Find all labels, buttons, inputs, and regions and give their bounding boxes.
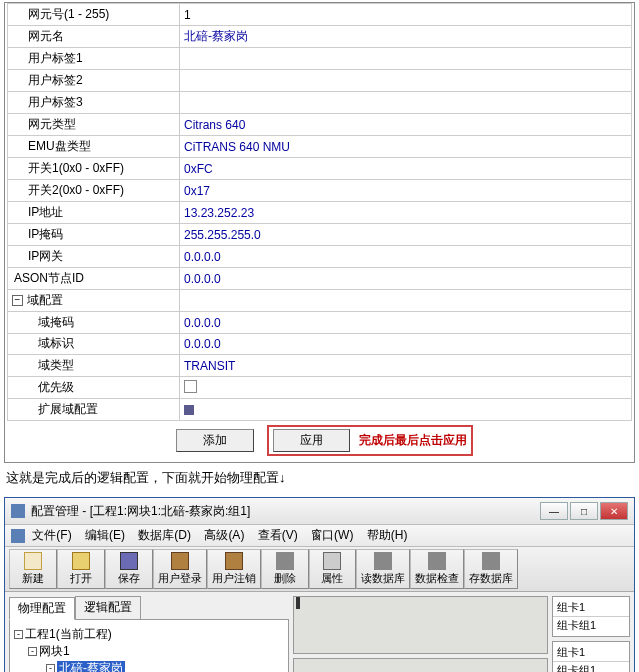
- tb-label: 数据检查: [415, 571, 459, 586]
- tb-label: 保存: [118, 571, 140, 586]
- property-panel: 网元号(1 - 255) 1 网元名 北碚-蔡家岗 用户标签1 用户标签2 用户…: [4, 2, 635, 463]
- tree-block[interactable]: -网块1: [14, 643, 284, 660]
- prop-value[interactable]: [180, 70, 632, 92]
- prop-value[interactable]: [180, 92, 632, 114]
- minimize-button[interactable]: —: [540, 502, 568, 520]
- expand-icon[interactable]: [184, 405, 194, 415]
- prop-value[interactable]: 255.255.255.0: [180, 224, 632, 246]
- menu-window[interactable]: 窗口(W): [311, 528, 353, 542]
- right-row[interactable]: 组卡1: [553, 599, 629, 617]
- prop-label: IP掩码: [8, 224, 180, 246]
- minus-icon[interactable]: -: [14, 630, 23, 639]
- tb-props[interactable]: 属性: [309, 549, 356, 589]
- prop-label: 网元类型: [8, 114, 180, 136]
- delete-icon: [276, 552, 294, 570]
- section-header[interactable]: −域配置: [8, 290, 180, 312]
- checkbox-icon[interactable]: [184, 380, 197, 393]
- apply-note: 完成后最后点击应用: [359, 433, 467, 447]
- prop-value[interactable]: 0x17: [180, 180, 632, 202]
- prop-label: 开关1(0x0 - 0xFF): [8, 158, 180, 180]
- menu-icon: [11, 529, 25, 543]
- right-row[interactable]: 组卡组1: [553, 617, 629, 634]
- tree-label: 工程1(当前工程): [25, 627, 112, 641]
- prop-label: 域掩码: [8, 312, 180, 334]
- prop-label: IP网关: [8, 246, 180, 268]
- expand-domain[interactable]: [180, 399, 632, 421]
- tb-delete[interactable]: 删除: [261, 549, 309, 589]
- tree-label-selected: 北碚-蔡家岗: [57, 661, 125, 672]
- readdb-icon: [374, 552, 392, 570]
- window-title: 配置管理 - [工程1:网块1:北碚-蔡家岗:组1]: [31, 503, 540, 520]
- maximize-button[interactable]: □: [570, 502, 598, 520]
- prop-value[interactable]: 北碚-蔡家岗: [180, 26, 632, 48]
- open-icon: [72, 552, 90, 570]
- prop-value[interactable]: 0.0.0.0: [180, 312, 632, 334]
- prop-value[interactable]: 0xFC: [180, 158, 632, 180]
- prop-label: 用户标签3: [8, 92, 180, 114]
- prop-value[interactable]: 13.23.252.23: [180, 202, 632, 224]
- titlebar[interactable]: 配置管理 - [工程1:网块1:北碚-蔡家岗:组1] — □ ✕: [5, 498, 634, 525]
- slot-area-1[interactable]: [293, 596, 548, 654]
- right-row[interactable]: 组卡组1: [553, 662, 629, 672]
- button-row: 添加 应用 完成后最后点击应用: [7, 421, 632, 456]
- tb-save[interactable]: 保存: [105, 549, 153, 589]
- prop-label: EMU盘类型: [8, 136, 180, 158]
- menu-view[interactable]: 查看(V): [258, 528, 298, 542]
- prop-value[interactable]: [180, 48, 632, 70]
- tb-open[interactable]: 打开: [57, 549, 105, 589]
- tb-checkdb[interactable]: 数据检查: [410, 549, 464, 589]
- menu-db[interactable]: 数据库(D): [138, 528, 191, 542]
- menu-help[interactable]: 帮助(H): [367, 528, 408, 542]
- content-area: 物理配置 逻辑配置 -工程1(当前工程) -网块1 -北碚-蔡家岗 组1 组卡1…: [5, 592, 634, 672]
- menu-adv[interactable]: 高级(A): [204, 528, 244, 542]
- project-tree[interactable]: -工程1(当前工程) -网块1 -北碚-蔡家岗 组1: [9, 619, 289, 672]
- prop-value[interactable]: Citrans 640: [180, 114, 632, 136]
- tb-label: 删除: [274, 571, 296, 586]
- prop-value[interactable]: 0.0.0.0: [180, 268, 632, 290]
- tb-logout[interactable]: 用户注销: [207, 549, 261, 589]
- minus-icon[interactable]: -: [28, 647, 37, 656]
- apply-button[interactable]: 应用: [273, 429, 350, 452]
- config-manager-window: 配置管理 - [工程1:网块1:北碚-蔡家岗:组1] — □ ✕ 文件(F) 编…: [4, 497, 635, 672]
- priority-checkbox[interactable]: [180, 377, 632, 399]
- prop-label: 优先级: [8, 377, 180, 399]
- right-row[interactable]: 组卡1: [553, 644, 629, 662]
- prop-value[interactable]: TRANSIT: [180, 355, 632, 377]
- prop-value[interactable]: 0.0.0.0: [180, 334, 632, 355]
- tree-root[interactable]: -工程1(当前工程): [14, 626, 284, 643]
- tab-logical[interactable]: 逻辑配置: [75, 596, 141, 619]
- tb-label: 打开: [70, 571, 92, 586]
- tb-new[interactable]: 新建: [9, 549, 57, 589]
- add-button[interactable]: 添加: [176, 429, 254, 452]
- instruction-text: 这就是完成后的逻辑配置，下面就开始物理配置↓: [6, 469, 633, 487]
- menu-file[interactable]: 文件(F): [32, 528, 71, 542]
- menu-edit[interactable]: 编辑(E): [85, 528, 125, 542]
- minus-icon[interactable]: -: [46, 664, 55, 672]
- tab-physical[interactable]: 物理配置: [9, 597, 75, 620]
- tb-label: 新建: [22, 571, 44, 586]
- section-label: 域配置: [27, 293, 63, 307]
- save-icon: [120, 552, 138, 570]
- tab-strip: 物理配置 逻辑配置: [9, 596, 289, 619]
- collapse-icon[interactable]: −: [12, 295, 23, 306]
- center-panel: [293, 596, 548, 672]
- tb-label: 属性: [321, 571, 343, 586]
- new-icon: [24, 552, 42, 570]
- checkdb-icon: [428, 552, 446, 570]
- tree-ne[interactable]: -北碚-蔡家岗: [14, 660, 284, 672]
- prop-label: 网元号(1 - 255): [8, 4, 180, 26]
- tb-login[interactable]: 用户登录: [153, 549, 207, 589]
- user-logout-icon: [225, 552, 243, 570]
- prop-value[interactable]: 0.0.0.0: [180, 246, 632, 268]
- prop-value[interactable]: 1: [180, 4, 632, 26]
- prop-label: 扩展域配置: [8, 399, 180, 421]
- slot-area-2[interactable]: [293, 658, 548, 672]
- prop-value[interactable]: CiTRANS 640 NMU: [180, 136, 632, 158]
- prop-label: 域标识: [8, 334, 180, 355]
- tb-savedb[interactable]: 存数据库: [464, 549, 518, 589]
- prop-label: ASON节点ID: [8, 268, 180, 290]
- tb-readdb[interactable]: 读数据库: [356, 549, 410, 589]
- app-icon: [11, 504, 25, 518]
- close-button[interactable]: ✕: [600, 502, 628, 520]
- menubar: 文件(F) 编辑(E) 数据库(D) 高级(A) 查看(V) 窗口(W) 帮助(…: [5, 525, 634, 547]
